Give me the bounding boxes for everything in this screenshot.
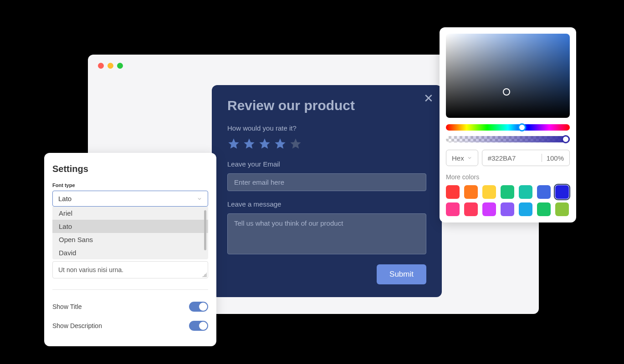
message-textarea[interactable] bbox=[227, 213, 426, 254]
color-swatch[interactable] bbox=[501, 202, 514, 216]
chevron-down-icon bbox=[197, 196, 202, 202]
color-swatch[interactable] bbox=[519, 185, 532, 199]
font-option[interactable]: Open Sans bbox=[52, 233, 208, 246]
email-label: Leave your Email bbox=[227, 160, 426, 168]
minimize-window-button[interactable] bbox=[107, 63, 113, 69]
star-icon[interactable] bbox=[289, 137, 302, 150]
star-icon[interactable] bbox=[227, 137, 240, 150]
submit-button[interactable]: Submit bbox=[377, 264, 426, 284]
color-swatch[interactable] bbox=[446, 185, 460, 199]
font-dropdown[interactable]: Lato bbox=[52, 191, 208, 207]
divider bbox=[52, 289, 208, 290]
color-swatch[interactable] bbox=[555, 185, 569, 199]
color-swatch[interactable] bbox=[519, 202, 532, 216]
star-icon[interactable] bbox=[258, 137, 271, 150]
color-swatch[interactable] bbox=[555, 202, 569, 216]
review-modal: ✕ Review our product How would you rate … bbox=[212, 85, 442, 297]
color-format-select[interactable]: Hex bbox=[446, 150, 478, 166]
show-description-toggle[interactable] bbox=[189, 321, 208, 331]
settings-panel: Settings Font type Lato Ariel Lato Open … bbox=[44, 153, 216, 346]
star-icon[interactable] bbox=[243, 137, 256, 150]
chevron-down-icon bbox=[467, 155, 472, 161]
color-swatch[interactable] bbox=[501, 185, 514, 199]
hex-value: #322BA7 bbox=[488, 154, 537, 162]
close-icon[interactable]: ✕ bbox=[424, 92, 434, 104]
color-saturation-area[interactable] bbox=[446, 34, 570, 118]
color-swatch[interactable] bbox=[464, 202, 478, 216]
email-input[interactable] bbox=[227, 173, 426, 191]
hex-input[interactable]: #322BA7 100% bbox=[482, 150, 570, 166]
show-description-label: Show Description bbox=[52, 322, 102, 329]
more-colors-label: More colors bbox=[446, 173, 570, 181]
star-icon[interactable] bbox=[274, 137, 286, 150]
message-label: Leave a message bbox=[227, 200, 426, 208]
color-swatch[interactable] bbox=[537, 202, 551, 216]
text-field[interactable]: Ut non varius nisi urna. bbox=[52, 261, 208, 278]
color-picker: Hex #322BA7 100% More colors bbox=[440, 27, 576, 222]
format-value: Hex bbox=[452, 154, 464, 162]
maximize-window-button[interactable] bbox=[117, 63, 123, 69]
font-type-label: Font type bbox=[52, 182, 208, 188]
font-option[interactable]: Ariel bbox=[52, 207, 208, 220]
font-option[interactable]: Lato bbox=[52, 220, 208, 233]
show-title-label: Show Title bbox=[52, 303, 82, 310]
color-swatch[interactable] bbox=[482, 202, 496, 216]
color-swatch[interactable] bbox=[446, 202, 460, 216]
color-swatch[interactable] bbox=[537, 185, 551, 199]
color-swatch[interactable] bbox=[464, 185, 478, 199]
swatch-grid bbox=[446, 185, 570, 216]
color-swatch[interactable] bbox=[482, 185, 496, 199]
alpha-handle[interactable] bbox=[562, 135, 570, 143]
show-title-toggle[interactable] bbox=[189, 302, 208, 312]
hue-handle[interactable] bbox=[518, 123, 526, 131]
alpha-slider[interactable] bbox=[446, 136, 570, 142]
opacity-value: 100% bbox=[547, 154, 564, 162]
rating-label: How would you rate it? bbox=[227, 124, 426, 132]
review-title: Review our product bbox=[227, 98, 426, 113]
font-dropdown-value: Lato bbox=[58, 195, 72, 202]
close-window-button[interactable] bbox=[98, 63, 104, 69]
hue-slider[interactable] bbox=[446, 124, 570, 131]
font-dropdown-list: Ariel Lato Open Sans David bbox=[52, 207, 208, 259]
star-rating[interactable] bbox=[227, 137, 426, 150]
font-option[interactable]: David bbox=[52, 246, 208, 259]
divider bbox=[542, 154, 542, 162]
settings-title: Settings bbox=[52, 164, 208, 174]
color-indicator[interactable] bbox=[503, 88, 510, 96]
